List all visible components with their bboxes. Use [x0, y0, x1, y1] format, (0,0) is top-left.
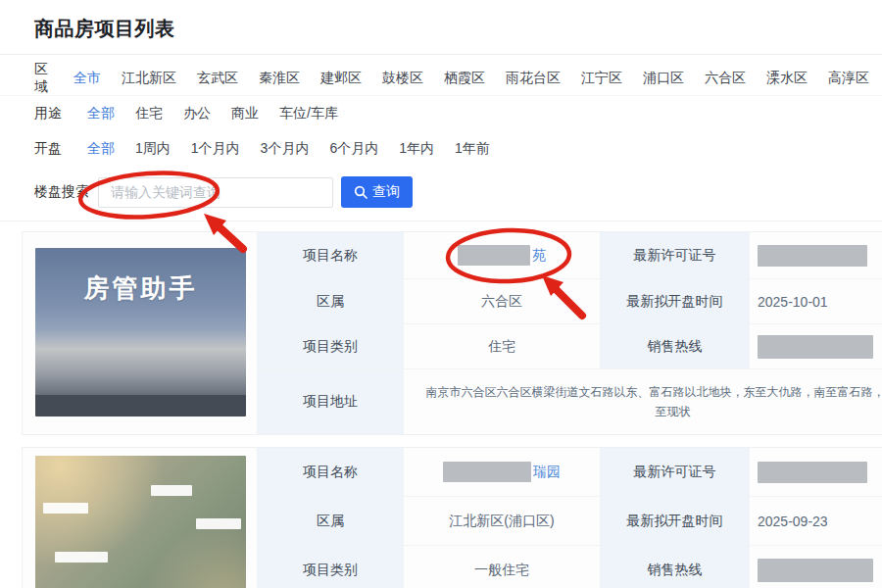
district-value: 江北新区(浦口区): [404, 497, 600, 546]
filter-option-luhe[interactable]: 六合区: [705, 70, 746, 87]
filter-option-opening-all[interactable]: 全部: [87, 140, 115, 158]
filter-option-usage-all[interactable]: 全部: [87, 105, 115, 122]
project-name-value: 苑: [404, 232, 600, 279]
search-button[interactable]: 查询: [341, 176, 413, 208]
category-label: 项目类别: [257, 324, 404, 369]
redacted-text-block: [758, 245, 867, 267]
project-card: 项目名称 瑞园 最新许可证号 区属 江北新区(浦口区) 最新拟开盘时间 2025…: [22, 447, 882, 588]
address-line1: 南京市六合区六合区横梁街道文石路以东、富石路以北地块，东至大仇路，南至富石路，西…: [426, 382, 882, 402]
filter-option-yuhuatai[interactable]: 雨花台区: [506, 70, 561, 87]
district-label: 区属: [257, 279, 404, 324]
filter-option-1week[interactable]: 1周内: [135, 140, 171, 158]
address-label: 项目地址: [257, 369, 404, 434]
filter-row-district: 区域 全市 江北新区 玄武区 秦淮区 建邺区 鼓楼区 栖霞区 雨花台区 江宁区 …: [0, 61, 882, 96]
filter-option-6month[interactable]: 6个月内: [329, 140, 378, 158]
page-title: 商品房项目列表: [34, 16, 848, 42]
filter-option-parking[interactable]: 车位/车库: [279, 105, 338, 122]
photo-watermark: 房管助手: [35, 271, 246, 306]
filter-option-lishui[interactable]: 溧水区: [766, 70, 808, 87]
redacted-text-block: [758, 462, 867, 483]
project-card: 房管助手 项目名称 苑 最新许可证号 区属 六合区 最新拟开盘时间 2025-1…: [22, 231, 882, 435]
filter-option-gulou[interactable]: 鼓楼区: [382, 70, 423, 87]
address-line2: 至现状: [404, 402, 882, 421]
photo-label-tag: [55, 552, 108, 563]
hotline-value: [750, 324, 882, 369]
search-label: 楼盘搜索: [34, 183, 89, 201]
filter-panel: 区域 全市 江北新区 玄武区 秦淮区 建邺区 鼓楼区 栖霞区 雨花台区 江宁区 …: [0, 55, 882, 167]
category-value: 住宅: [404, 324, 600, 369]
hotline-value: [750, 546, 882, 588]
project-name-label: 项目名称: [257, 448, 404, 497]
photo-label-tag: [196, 518, 241, 529]
page-header: 商品房项目列表: [0, 0, 882, 55]
filter-option-jiangning[interactable]: 江宁区: [581, 70, 622, 87]
redacted-text-block: [758, 335, 873, 359]
filter-option-commercial[interactable]: 商业: [231, 105, 259, 122]
district-label: 区属: [257, 497, 404, 546]
search-section: 楼盘搜索 查询: [0, 167, 882, 221]
project-photo[interactable]: 房管助手: [35, 248, 246, 416]
project-info-table: 项目名称 苑 最新许可证号 区属 六合区 最新拟开盘时间 2025-10-01 …: [257, 232, 882, 434]
license-label: 最新许可证号: [600, 232, 750, 279]
hotline-label: 销售热线: [600, 324, 750, 369]
license-value: [750, 232, 882, 279]
project-name-link[interactable]: 瑞园: [533, 464, 561, 481]
project-name-value: 瑞园: [404, 448, 600, 497]
filter-label-opening: 开盘: [34, 140, 62, 158]
project-photo[interactable]: [35, 456, 246, 588]
project-name-label: 项目名称: [257, 232, 404, 279]
filter-option-qixia[interactable]: 栖霞区: [444, 70, 485, 87]
opening-date-value: 2025-10-01: [750, 279, 882, 324]
filter-option-pukou[interactable]: 浦口区: [643, 70, 684, 87]
filter-option-gaochun[interactable]: 高淳区: [828, 70, 869, 87]
filter-label-usage: 用途: [34, 105, 62, 122]
license-value: [750, 448, 882, 497]
filter-option-1month[interactable]: 1个月内: [191, 140, 240, 158]
filter-option-jianye[interactable]: 建邺区: [320, 70, 362, 87]
project-info-table: 项目名称 瑞园 最新许可证号 区属 江北新区(浦口区) 最新拟开盘时间 2025…: [257, 448, 882, 588]
category-value: 一般住宅: [404, 546, 600, 588]
category-label: 项目类别: [257, 546, 404, 588]
district-value: 六合区: [404, 279, 600, 324]
filter-option-jiangbei[interactable]: 江北新区: [122, 70, 176, 87]
opening-date-value: 2025-09-23: [750, 497, 882, 546]
license-label: 最新许可证号: [600, 448, 750, 497]
filter-row-opening: 开盘 全部 1周内 1个月内 3个月内 6个月内 1年内 1年前: [0, 131, 882, 167]
photo-label-tag: [151, 485, 192, 496]
redacted-text-block: [758, 559, 873, 582]
filter-option-1year-in[interactable]: 1年内: [399, 140, 434, 158]
photo-label-tag: [43, 503, 88, 514]
filter-option-office[interactable]: 办公: [183, 105, 211, 122]
search-input[interactable]: [98, 177, 333, 208]
filter-label-district: 区域: [34, 61, 48, 96]
filter-option-residential[interactable]: 住宅: [135, 105, 163, 122]
filter-option-qinhuai[interactable]: 秦淮区: [259, 70, 300, 87]
search-button-label: 查询: [372, 183, 400, 201]
redacted-text-block: [443, 462, 531, 482]
filter-option-all-city[interactable]: 全市: [74, 70, 101, 87]
project-name-link[interactable]: 苑: [532, 247, 546, 265]
hotline-label: 销售热线: [600, 546, 750, 588]
redacted-text-block: [458, 245, 530, 266]
opening-date-label: 最新拟开盘时间: [600, 497, 750, 546]
filter-option-1year-ago[interactable]: 1年前: [455, 140, 490, 158]
filter-option-3month[interactable]: 3个月内: [261, 140, 310, 158]
filter-option-xuanwu[interactable]: 玄武区: [197, 70, 238, 87]
search-icon: [354, 185, 368, 199]
filter-row-usage: 用途 全部 住宅 办公 商业 车位/车库: [0, 96, 882, 131]
address-value: 南京市六合区六合区横梁街道文石路以东、富石路以北地块，东至大仇路，南至富石路，西…: [404, 369, 882, 434]
opening-date-label: 最新拟开盘时间: [600, 279, 750, 324]
